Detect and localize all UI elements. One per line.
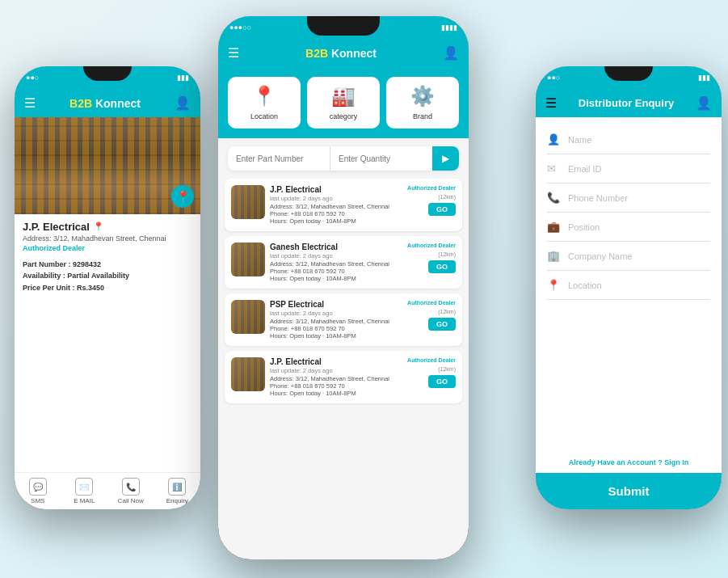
email-icon: ✉️	[75, 478, 93, 496]
result-thumb-3	[231, 357, 265, 391]
form-fields: 👤 Name ✉ Email ID 📞 Phone Number 💼 Posit…	[536, 117, 722, 452]
center-user-icon[interactable]: 👤	[443, 45, 459, 61]
left-app-title: B2B Konnect	[69, 97, 141, 110]
result-card-2: PSP Electrical last update: 2 days ago A…	[225, 293, 462, 346]
store-info-section: J.P. Electrical 📍 Address: 3/12, Mahadhe…	[15, 214, 200, 472]
left-app-header: ☰ B2B Konnect 👤	[15, 89, 200, 117]
go-button-3[interactable]: GO	[428, 375, 456, 388]
field-position: 💼 Position	[547, 213, 710, 242]
availability-line: Availability : Partial Availability	[23, 270, 192, 281]
store-image: 📍	[15, 117, 200, 214]
categories-grid: 📍 Location 🏭 category ⚙️ Brand	[218, 67, 469, 138]
location-field-icon: 📍	[547, 279, 560, 291]
result-right-2: Authorized Dealer (12km) GO	[407, 300, 456, 331]
email-field-icon: ✉	[547, 162, 560, 175]
sms-icon: 💬	[29, 478, 47, 496]
center-battery: ▮▮▮▮	[441, 23, 457, 32]
price-line: Price Per Unit : Rs.3450	[23, 282, 192, 293]
result-right-3: Authorized Dealer (12km) GO	[407, 357, 456, 388]
submit-button[interactable]: Submit	[536, 473, 722, 509]
category-category[interactable]: 🏭 category	[307, 77, 380, 129]
store-details: Part Number : 9298432 Availability : Par…	[23, 259, 192, 293]
center-app-header: ☰ B2B Konnect 👤	[218, 39, 469, 67]
right-signal: ●●○	[547, 74, 560, 82]
right-battery: ▮▮▮	[698, 74, 710, 82]
location-category-icon: 📍	[252, 85, 276, 108]
company-field-icon: 🏢	[547, 250, 560, 262]
store-location-pin[interactable]: 📍	[171, 185, 194, 208]
position-field-icon: 💼	[547, 221, 560, 233]
part-number-line: Part Number : 9298432	[23, 259, 192, 270]
left-hamburger-icon[interactable]: ☰	[24, 95, 36, 111]
quantity-input[interactable]	[330, 146, 432, 171]
name-field-icon: 👤	[547, 133, 560, 146]
search-button[interactable]: ▶	[432, 146, 459, 171]
result-thumb-1	[231, 243, 265, 276]
category-location[interactable]: 📍 Location	[228, 77, 301, 129]
result-thumb-0	[231, 185, 265, 219]
result-info-3: J.P. Electrical last update: 2 days ago …	[270, 357, 402, 397]
result-info-2: PSP Electrical last update: 2 days ago A…	[270, 300, 402, 340]
call-icon: 📞	[122, 478, 140, 496]
right-phone: ●●○ ▮▮▮ ☰ Distributor Enquiry 👤 👤 Name ✉…	[536, 66, 722, 509]
store-pin-icon: 📍	[93, 221, 104, 232]
gear-icon: ⚙️	[410, 85, 435, 108]
go-button-2[interactable]: GO	[428, 318, 456, 331]
store-name: J.P. Electrical 📍	[23, 221, 192, 233]
results-list: J.P. Electrical last update: 2 days ago …	[218, 179, 469, 559]
nav-email[interactable]: ✉️ E MAIL	[61, 473, 108, 509]
result-card-0: J.P. Electrical last update: 2 days ago …	[225, 179, 462, 231]
result-thumb-2	[231, 300, 265, 334]
category-brand[interactable]: ⚙️ Brand	[386, 77, 459, 129]
right-hamburger-icon[interactable]: ☰	[545, 95, 557, 111]
bottom-nav: 💬 SMS ✉️ E MAIL 📞 Call Now ℹ️ Enquiry	[15, 472, 200, 509]
left-battery: ▮▮▮	[177, 74, 189, 82]
nav-enquiry[interactable]: ℹ️ Enquiry	[154, 473, 201, 509]
field-phone: 📞 Phone Number	[547, 184, 710, 213]
enquiry-title: Distributor Enquiry	[579, 97, 674, 109]
result-info-0: J.P. Electrical last update: 2 days ago …	[270, 185, 402, 225]
enquiry-header: ☰ Distributor Enquiry 👤	[536, 89, 722, 117]
factory-icon: 🏭	[331, 85, 356, 108]
center-signal: ●●●○○	[229, 23, 251, 32]
center-app-title: B2B Konnect	[305, 47, 377, 60]
phone-field-icon: 📞	[547, 192, 560, 204]
authorized-dealer-badge: Authorized Dealer	[23, 244, 192, 252]
left-notch	[83, 66, 132, 81]
left-phone: ●●○ ▮▮▮ ☰ B2B Konnect 👤 📍 J.P. Electrica…	[15, 66, 200, 509]
result-right-1: Authorized Dealer (12km) GO	[407, 243, 456, 273]
store-address: Address: 3/12, Mahadhevan Street, Chenna…	[23, 234, 192, 243]
scene: ●●○ ▮▮▮ ☰ B2B Konnect 👤 📍 J.P. Electrica…	[0, 0, 728, 578]
result-card-1: Ganesh Electrical last update: 2 days ag…	[225, 236, 462, 289]
field-email: ✉ Email ID	[547, 154, 710, 184]
result-card-3: J.P. Electrical last update: 2 days ago …	[225, 351, 462, 403]
go-button-0[interactable]: GO	[428, 203, 456, 216]
search-bar: ▶	[228, 146, 459, 171]
right-user-icon[interactable]: 👤	[696, 95, 712, 111]
center-phone: ●●●○○ ▮▮▮▮ ☰ B2B Konnect 👤 📍 Location	[218, 16, 469, 559]
enquiry-icon: ℹ️	[168, 478, 186, 496]
field-location: 📍 Location	[547, 271, 710, 300]
go-button-1[interactable]: GO	[428, 260, 456, 273]
part-number-input[interactable]	[228, 146, 330, 171]
right-notch	[604, 66, 653, 81]
left-signal: ●●○	[26, 74, 39, 82]
result-right-0: Authorized Dealer (12km) GO	[407, 185, 456, 216]
result-info-1: Ganesh Electrical last update: 2 days ag…	[270, 243, 402, 282]
field-company: 🏢 Company Name	[547, 242, 710, 271]
nav-call[interactable]: 📞 Call Now	[107, 473, 154, 509]
left-user-icon[interactable]: 👤	[175, 95, 191, 111]
field-name: 👤 Name	[547, 125, 710, 154]
nav-sms[interactable]: 💬 SMS	[15, 473, 61, 509]
form-footer: Already Have an Account ? Sign In	[536, 452, 722, 473]
center-notch	[307, 16, 380, 36]
center-hamburger-icon[interactable]: ☰	[228, 45, 239, 61]
